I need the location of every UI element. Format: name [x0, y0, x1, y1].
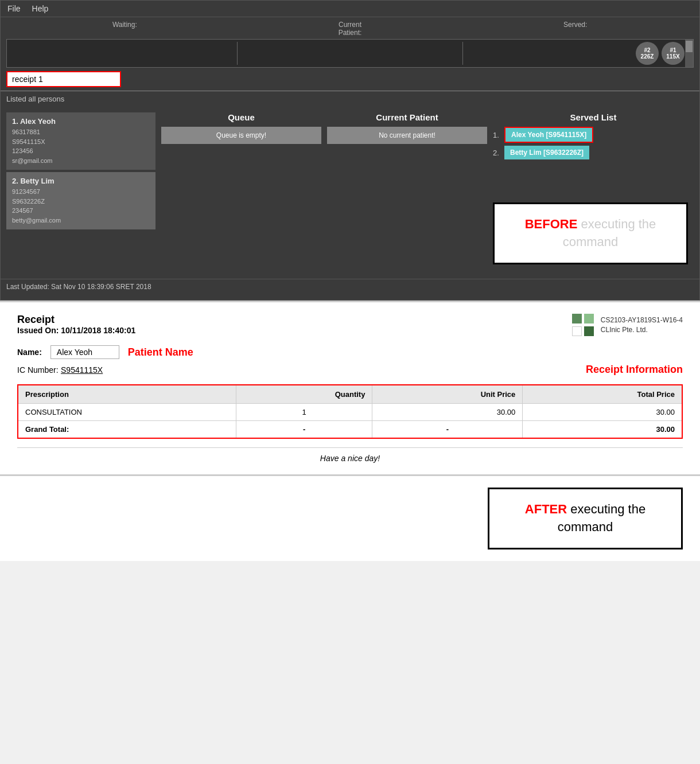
waiting-label: Waiting: — [12, 21, 238, 37]
patient-2-name: 2. Betty Lim — [12, 177, 150, 185]
avatar-2-sub: 226Z — [641, 53, 654, 60]
queue-panel-header: Queue — [161, 112, 321, 122]
bottom-status: Last Updated: Sat Nov 10 18:39:06 SRET 2… — [1, 279, 699, 294]
avatar-2: #2 226Z — [636, 42, 659, 65]
grand-total-row: Grand Total: - - 30.00 — [18, 421, 682, 439]
ic-value: S9541115X — [61, 365, 103, 375]
row1-prescription: CONSULTATION — [18, 404, 236, 421]
patient-2-email: betty@gmail.com — [12, 216, 150, 225]
patient-1-ic: S9541115X — [12, 137, 150, 147]
avatar-1: #1 115X — [662, 42, 685, 65]
logo-sq-4 — [584, 326, 594, 336]
col-total-price: Total Price — [523, 385, 682, 404]
col-prescription: Prescription — [18, 385, 236, 404]
menu-bar: File Help — [1, 1, 699, 17]
receipt-title-area: Receipt Issued On: 10/11/2018 18:40:01 — [17, 314, 135, 335]
row1-quantity: 1 — [236, 404, 372, 421]
col-quantity: Quantity — [236, 385, 372, 404]
app-window: File Help Waiting: Current Patient: Serv… — [0, 0, 700, 301]
grand-total-unit: - — [372, 421, 523, 439]
receipt-header-row: Receipt Issued On: 10/11/2018 18:40:01 C… — [17, 314, 683, 337]
receipt-name-row: Name: Alex Yeoh Patient Name — [17, 345, 683, 359]
logo-sq-1 — [572, 314, 582, 323]
name-label: Name: — [17, 348, 42, 357]
receipt-issued: Issued On: 10/11/2018 18:40:01 — [17, 326, 135, 335]
command-input[interactable] — [6, 71, 121, 87]
queue-bar-inner: #2 226Z #1 115X — [13, 42, 687, 65]
clinic-logo-squares — [572, 314, 595, 337]
served-1-badge: Alex Yeoh [S9541115X] — [504, 127, 593, 143]
current-patient-header: Current Patient — [327, 112, 487, 122]
clinic-name: CS2103-AY1819S1-W16-4 — [601, 315, 683, 325]
receipt-section: Receipt Issued On: 10/11/2018 18:40:01 C… — [0, 301, 700, 476]
main-content: 1. Alex Yeoh 96317881 S9541115X 123456 s… — [1, 107, 699, 279]
patient-card-1[interactable]: 1. Alex Yeoh 96317881 S9541115X 123456 s… — [6, 112, 155, 170]
table-row-1: CONSULTATION 1 30.00 30.00 — [18, 404, 682, 421]
after-keyword: AFTER — [525, 502, 567, 516]
patient-name-annotation: Patient Name — [128, 346, 193, 358]
served-label: Served: — [462, 21, 688, 37]
receipt-ic-row: IC Number: S9541115X Receipt Information — [17, 364, 683, 376]
avatar-2-id: #2 — [644, 47, 650, 53]
col-unit-price: Unit Price — [372, 385, 523, 404]
patient-1-id: 123456 — [12, 146, 150, 156]
patient-2-id: 234567 — [12, 206, 150, 216]
clinic-text: CS2103-AY1819S1-W16-4 CLInic Pte. Ltd. — [601, 315, 683, 335]
after-section: AFTER executing the command — [0, 476, 700, 561]
ic-label: IC Number: — [17, 365, 59, 375]
current-section — [238, 42, 462, 65]
scrollbar[interactable] — [685, 40, 693, 67]
patient-1-name: 1. Alex Yeoh — [12, 117, 150, 126]
served-item-2: 2. Betty Lim [S9632226Z] — [493, 146, 694, 159]
clinic-logo: CS2103-AY1819S1-W16-4 CLInic Pte. Ltd. — [572, 314, 683, 337]
before-annotation-box: BEFORE executing the command — [493, 202, 688, 264]
patient-card-2[interactable]: 2. Betty Lim 91234567 S9632226Z 234567 b… — [6, 172, 155, 229]
queue-bar: #2 226Z #1 115X — [6, 39, 694, 68]
after-annotation-box: AFTER executing the command — [488, 488, 683, 549]
queue-empty-text: Queue is empty! — [161, 127, 321, 144]
receipt-title: Receipt — [17, 314, 135, 326]
menu-file[interactable]: File — [7, 4, 21, 13]
scrollbar-thumb — [686, 41, 693, 52]
current-patient-label: Current Patient: — [238, 21, 463, 37]
served-list-panel: Served List 1. Alex Yeoh [S9541115X] 2. … — [493, 112, 694, 270]
patient-2-ic: S9632226Z — [12, 197, 150, 206]
patient-1-phone: 96317881 — [12, 127, 150, 137]
before-keyword: BEFORE — [525, 217, 578, 231]
avatar-1-sub: 115X — [666, 53, 679, 60]
row1-total-price: 30.00 — [523, 404, 682, 421]
menu-help[interactable]: Help — [32, 4, 49, 13]
receipt-info-annotation: Receipt Information — [586, 364, 683, 376]
queue-panels: Queue Queue is empty! Current Patient No… — [161, 112, 694, 273]
current-patient-panel: Current Patient No current patient! — [327, 112, 487, 144]
avatar-1-id: #1 — [670, 47, 676, 53]
served-1-num: 1. — [493, 131, 501, 139]
logo-sq-3 — [572, 326, 582, 336]
served-2-badge: Betty Lim [S9632226Z] — [504, 146, 589, 159]
logo-sq-2 — [584, 314, 594, 323]
command-area — [1, 68, 699, 91]
queue-header: Waiting: Current Patient: Served: — [1, 17, 699, 39]
patient-list: 1. Alex Yeoh 96317881 S9541115X 123456 s… — [6, 112, 155, 273]
queue-avatars: #2 226Z #1 115X — [636, 42, 685, 65]
row1-unit-price: 30.00 — [372, 404, 523, 421]
patient-2-phone: 91234567 — [12, 187, 150, 197]
ic-area: IC Number: S9541115X — [17, 365, 103, 375]
prescription-table: Prescription Quantity Unit Price Total P… — [17, 384, 683, 439]
status-text: Listed all persons — [1, 91, 699, 107]
grand-total-quantity: - — [236, 421, 372, 439]
served-list-header: Served List — [493, 112, 694, 122]
grand-total-total: 30.00 — [523, 421, 682, 439]
served-section: #2 226Z #1 115X — [463, 42, 687, 65]
queue-panel: Queue Queue is empty! — [161, 112, 321, 144]
patient-1-email: sr@gmail.com — [12, 156, 150, 166]
clinic-sub: CLInic Pte. Ltd. — [601, 325, 683, 335]
served-2-num: 2. — [493, 149, 501, 157]
receipt-footer: Have a nice day! — [17, 447, 683, 463]
after-text: executing the command — [558, 502, 645, 534]
patient-name-box: Alex Yeoh — [50, 345, 119, 359]
waiting-section — [13, 42, 238, 65]
served-item-1: 1. Alex Yeoh [S9541115X] — [493, 127, 694, 143]
before-text: executing the command — [563, 217, 656, 249]
current-empty-text: No current patient! — [327, 127, 487, 144]
